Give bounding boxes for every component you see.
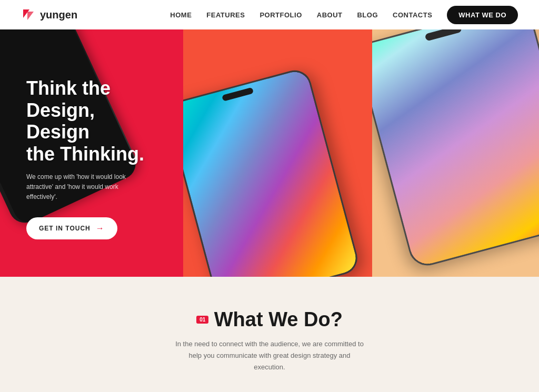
hero-title: Think the Design, Design the Thinking.	[26, 77, 162, 165]
phone-center-screen	[183, 68, 360, 277]
phone-center	[183, 67, 361, 277]
logo-icon	[21, 7, 36, 22]
section-title: What We Do?	[214, 308, 343, 330]
logo-text: yungen	[40, 9, 77, 21]
phone-right-screen	[372, 29, 539, 268]
hero-description: We come up with 'how it would look attra…	[26, 172, 132, 203]
nav-blog[interactable]: BLOG	[357, 11, 378, 19]
nav-cta-button[interactable]: WHAT WE DO	[447, 6, 518, 24]
hero-right-panel	[372, 29, 539, 277]
nav-about[interactable]: ABOUT	[317, 11, 343, 19]
nav-portfolio[interactable]: PORTFOLIO	[259, 11, 302, 19]
hero-center-panel	[183, 29, 372, 277]
nav-contacts[interactable]: CONTACTS	[393, 11, 432, 19]
logo[interactable]: yungen	[21, 7, 77, 22]
phone-right	[372, 29, 539, 270]
section-heading: 01 What We Do?	[21, 308, 518, 331]
hero-section: Think the Design, Design the Thinking. W…	[0, 29, 539, 277]
hero-content: Think the Design, Design the Thinking. W…	[26, 77, 162, 239]
navbar: yungen HOME FEATURES PORTFOLIO ABOUT BLO…	[0, 0, 539, 29]
nav-home[interactable]: HOME	[170, 11, 192, 19]
what-we-do-section: 01 What We Do? In the need to connect wi…	[0, 277, 539, 392]
arrow-icon: →	[96, 224, 105, 233]
svg-marker-1	[27, 12, 34, 20]
hero-left-panel: Think the Design, Design the Thinking. W…	[0, 29, 183, 277]
nav-menu: HOME FEATURES PORTFOLIO ABOUT BLOG CONTA…	[170, 10, 518, 19]
section-subtitle: In the need to connect with the audience…	[175, 338, 364, 373]
get-in-touch-button[interactable]: GET IN TOUCH →	[26, 217, 117, 239]
section-badge: 01	[196, 316, 208, 324]
nav-features[interactable]: FEATURES	[206, 11, 245, 19]
